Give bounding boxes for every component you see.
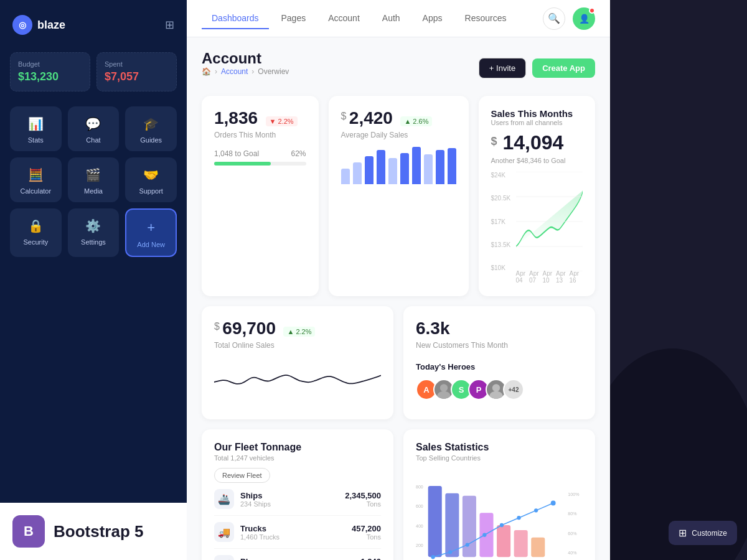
budget-label: Budget	[18, 60, 82, 68]
page-title: Account	[202, 50, 289, 67]
support-label: Support	[139, 187, 163, 195]
hero-count: +42	[503, 379, 524, 400]
search-button[interactable]: 🔍	[543, 7, 565, 30]
breadcrumb: 🏠 › Account › Overwiev	[202, 67, 289, 76]
chart-x-labels: Apr 04 Apr 07 Apr 10 Apr 13 Apr 16	[516, 270, 583, 284]
sidebar-item-settings[interactable]: ⚙️ Settings	[68, 208, 120, 257]
svg-point-7	[492, 384, 500, 391]
dollar-prefix: $	[341, 111, 347, 122]
bar-8	[424, 154, 433, 184]
customize-icon: ⊞	[679, 527, 687, 539]
calculator-label: Calculator	[21, 187, 52, 195]
tab-pages[interactable]: Pages	[271, 8, 316, 29]
customize-button[interactable]: ⊞ Customize	[669, 521, 737, 545]
sidebar-item-chat[interactable]: 💬 Chat	[68, 106, 120, 151]
ships-name: Ships	[240, 491, 271, 500]
total-sales-number: 69,700	[222, 319, 276, 338]
guides-label: Guides	[140, 136, 162, 144]
page-actions: + Invite Create App	[479, 58, 595, 78]
security-label: Security	[23, 238, 48, 246]
bar-4	[377, 150, 385, 184]
chart-inner	[516, 172, 583, 271]
trucks-icon: 🚚	[214, 522, 234, 542]
new-customers-label: New Customers This Month	[416, 341, 583, 350]
add-new-icon: +	[147, 220, 155, 236]
sales-subtitle: Users from all channels	[491, 119, 583, 126]
budget-cards: Budget $13,230 Spent $7,057	[10, 52, 177, 91]
tab-resources[interactable]: Resources	[455, 8, 517, 29]
sales-goal: Another $48,346 to Goal	[491, 157, 583, 164]
svg-point-30	[534, 508, 538, 512]
trucks-unit: Tons	[352, 533, 381, 541]
logo-area: ◎ blaze	[12, 15, 65, 35]
planes-value: 1,240	[360, 557, 381, 561]
total-sales-badge: ▲ 2.2%	[283, 327, 315, 337]
svg-rect-21	[497, 525, 510, 557]
bar-9	[436, 150, 444, 184]
fleet-list: 🚢 Ships 234 Ships 2,345,500 Tons	[214, 483, 381, 560]
tab-account[interactable]: Account	[318, 8, 370, 29]
daily-sales-number: 2,420	[349, 108, 393, 128]
sidebar-item-guides[interactable]: 🎓 Guides	[125, 106, 177, 151]
svg-point-26	[466, 543, 469, 546]
sidebar-header: ◎ blaze ⊞	[10, 10, 177, 40]
menu-icon[interactable]: ⊞	[165, 18, 174, 32]
wavy-chart	[214, 357, 381, 407]
heroes-section: Today's Heroes A S P +42	[416, 362, 583, 400]
bootstrap-icon: B	[12, 515, 45, 548]
tab-apps[interactable]: Apps	[413, 8, 453, 29]
svg-text:800: 800	[416, 485, 423, 490]
sidebar-item-support[interactable]: 🤝 Support	[125, 157, 177, 202]
breadcrumb-home[interactable]: 🏠	[202, 67, 211, 76]
sidebar-item-stats[interactable]: 📊 Stats	[10, 106, 62, 151]
budget-card: Budget $13,230	[10, 52, 90, 91]
svg-point-27	[482, 533, 486, 537]
progress-fill	[214, 162, 271, 166]
sales-stats-card: Sales Statistics Top Selling Countries 8…	[403, 429, 595, 560]
sales-amount: $ 14,094	[491, 131, 583, 154]
svg-point-31	[551, 501, 556, 506]
sidebar-item-add-new[interactable]: + Add New	[125, 208, 177, 257]
bar-6	[400, 153, 409, 184]
top-nav-right: 🔍 👤	[543, 7, 595, 30]
nav-tabs: Dashboards Pages Account Auth Apps Resou…	[202, 8, 516, 29]
svg-point-28	[500, 523, 504, 527]
new-customers-card: 6.3k New Customers This Month Today's He…	[403, 306, 595, 419]
new-customers-row: 6.3k	[416, 319, 583, 338]
trucks-sub: 1,460 Trucks	[240, 533, 280, 541]
daily-sales-label: Average Daily Sales	[341, 131, 456, 139]
fleet-item-ships: 🚢 Ships 234 Ships 2,345,500 Tons	[214, 483, 381, 516]
bootstrap-text: Bootstrap 5	[54, 522, 143, 541]
support-icon: 🤝	[143, 167, 159, 182]
sales-stats-title: Sales Statistics	[416, 442, 583, 453]
ships-unit: Tons	[345, 500, 381, 508]
orders-number: 1,836	[214, 108, 258, 128]
tab-dashboards[interactable]: Dashboards	[202, 8, 269, 29]
create-app-button[interactable]: Create App	[532, 58, 595, 78]
svg-rect-23	[531, 538, 545, 558]
daily-sales-card: $ 2,420 ▲ 2.6% Average Daily Sales	[329, 96, 469, 296]
sidebar-item-security[interactable]: 🔒 Security	[10, 208, 62, 257]
page-area: Account 🏠 › Account › Overwiev + Invite …	[187, 37, 610, 560]
customize-label: Customize	[692, 529, 727, 538]
review-fleet-button[interactable]: Review Fleet	[214, 468, 270, 483]
security-icon: 🔒	[28, 218, 44, 233]
sales-chart-container: 800 600 400 200 100% 80% 60% 40%	[416, 469, 583, 560]
sidebar-item-media[interactable]: 🎬 Media	[68, 157, 120, 202]
sidebar-item-calculator[interactable]: 🧮 Calculator	[10, 157, 62, 202]
sales-this-month-card: Sales This Months Users from all channel…	[479, 96, 596, 296]
invite-button[interactable]: + Invite	[479, 58, 526, 78]
user-avatar[interactable]: 👤	[573, 7, 595, 30]
svg-text:400: 400	[416, 524, 423, 529]
trucks-name: Trucks	[240, 524, 280, 533]
bar-2	[353, 162, 362, 184]
fleet-card: Our Fleet Tonnage Total 1,247 vehicles R…	[202, 429, 393, 560]
fleet-item-planes: ✈️ Planes 8 Aircrafts 1,240 Tons	[214, 549, 381, 560]
chart-y-labels: $24K $20.5K $17K $13.5K $10K	[491, 172, 511, 271]
tab-auth[interactable]: Auth	[372, 8, 410, 29]
breadcrumb-account[interactable]: Account	[221, 67, 248, 76]
media-label: Media	[84, 187, 103, 195]
settings-label: Settings	[81, 238, 106, 246]
media-icon: 🎬	[85, 167, 101, 182]
ships-icon: 🚢	[214, 489, 234, 509]
